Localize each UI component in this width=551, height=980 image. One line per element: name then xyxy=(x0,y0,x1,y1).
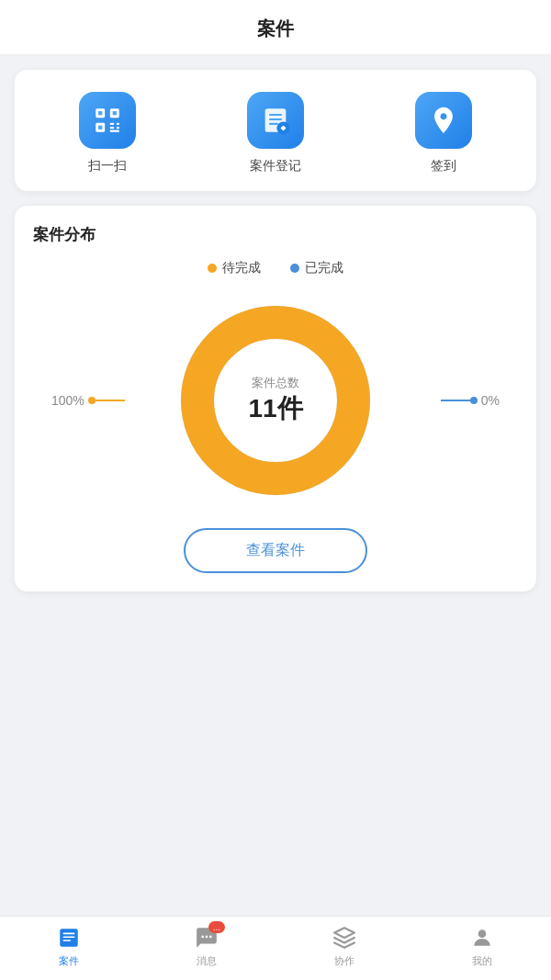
donut-center-label: 案件总数 xyxy=(248,375,302,391)
legend-label-pending: 待完成 xyxy=(222,260,261,276)
svg-rect-8 xyxy=(117,123,119,125)
svg-point-26 xyxy=(209,936,212,939)
svg-rect-6 xyxy=(110,123,114,125)
cases-icon xyxy=(57,926,81,950)
nav-messages[interactable]: ... 消息 xyxy=(138,925,276,968)
legend-dot-done xyxy=(290,264,299,273)
nav-messages-label: 消息 xyxy=(197,954,217,968)
register-icon xyxy=(260,105,291,136)
svg-rect-17 xyxy=(282,126,284,131)
svg-rect-4 xyxy=(113,111,117,115)
quick-actions-card: 扫一扫 案件登记 xyxy=(15,70,536,191)
left-dot xyxy=(88,397,96,404)
legend-label-done: 已完成 xyxy=(305,260,343,276)
scan-icon-bg xyxy=(79,92,136,149)
legend-pending: 待完成 xyxy=(208,260,261,276)
svg-point-25 xyxy=(206,936,208,939)
nav-cooperate[interactable]: 协作 xyxy=(276,925,413,968)
me-icon xyxy=(470,926,494,950)
checkin-label: 签到 xyxy=(431,158,456,175)
right-dot xyxy=(470,397,478,404)
svg-rect-5 xyxy=(98,126,102,130)
action-register[interactable]: 案件登记 xyxy=(247,92,304,175)
nav-cases[interactable]: 案件 xyxy=(0,925,138,968)
svg-rect-10 xyxy=(110,130,119,132)
checkin-icon-bg xyxy=(415,92,472,149)
scan-label: 扫一扫 xyxy=(88,158,127,175)
nav-me-label: 我的 xyxy=(472,954,492,968)
cooperate-icon xyxy=(332,926,356,950)
left-line xyxy=(96,400,125,401)
svg-rect-3 xyxy=(98,111,102,115)
donut-center-value: 11件 xyxy=(248,391,302,426)
chart-legend: 待完成 已完成 xyxy=(33,260,518,276)
left-percent-text: 100% xyxy=(51,393,84,408)
svg-rect-7 xyxy=(110,127,114,129)
nav-me[interactable]: 我的 xyxy=(413,925,551,968)
spacer xyxy=(0,761,551,917)
nav-cooperate-label: 协作 xyxy=(334,954,354,968)
svg-rect-12 xyxy=(269,114,282,116)
donut-center-info: 案件总数 11件 xyxy=(248,375,302,426)
chart-wrapper: 100% 案件总数 11件 xyxy=(33,295,518,506)
svg-rect-13 xyxy=(269,118,282,120)
svg-point-27 xyxy=(478,929,487,938)
legend-dot-pending xyxy=(208,264,217,273)
svg-rect-23 xyxy=(63,940,72,941)
donut-chart: 案件总数 11件 xyxy=(170,295,381,506)
main-content: 扫一扫 案件登记 xyxy=(0,55,551,761)
nav-me-icon xyxy=(469,925,495,951)
page-title: 案件 xyxy=(257,18,294,39)
register-icon-bg xyxy=(247,92,304,149)
distribution-card: 案件分布 待完成 已完成 100% xyxy=(15,206,536,591)
svg-rect-14 xyxy=(269,123,278,125)
bottom-nav: 案件 ... 消息 协作 我的 xyxy=(0,916,551,980)
action-checkin[interactable]: 签到 xyxy=(415,92,472,175)
svg-point-24 xyxy=(201,936,204,939)
svg-rect-22 xyxy=(63,936,75,938)
checkin-icon xyxy=(428,105,459,136)
scan-icon xyxy=(92,105,123,136)
svg-rect-9 xyxy=(117,127,119,129)
messages-badge: ... xyxy=(208,921,225,933)
svg-rect-21 xyxy=(63,933,75,935)
chart-label-right: 0% xyxy=(441,393,500,408)
nav-cooperate-icon xyxy=(332,925,357,951)
nav-messages-icon: ... xyxy=(194,925,219,951)
legend-done: 已完成 xyxy=(290,260,343,276)
register-label: 案件登记 xyxy=(250,158,301,175)
action-scan[interactable]: 扫一扫 xyxy=(79,92,136,175)
nav-cases-label: 案件 xyxy=(59,954,79,968)
right-percent-text: 0% xyxy=(481,393,500,408)
distribution-title: 案件分布 xyxy=(33,224,518,245)
view-cases-button[interactable]: 查看案件 xyxy=(184,528,367,573)
right-line xyxy=(441,400,470,401)
chart-label-left: 100% xyxy=(51,393,125,408)
nav-cases-icon xyxy=(56,925,82,951)
page-header: 案件 xyxy=(0,0,551,55)
